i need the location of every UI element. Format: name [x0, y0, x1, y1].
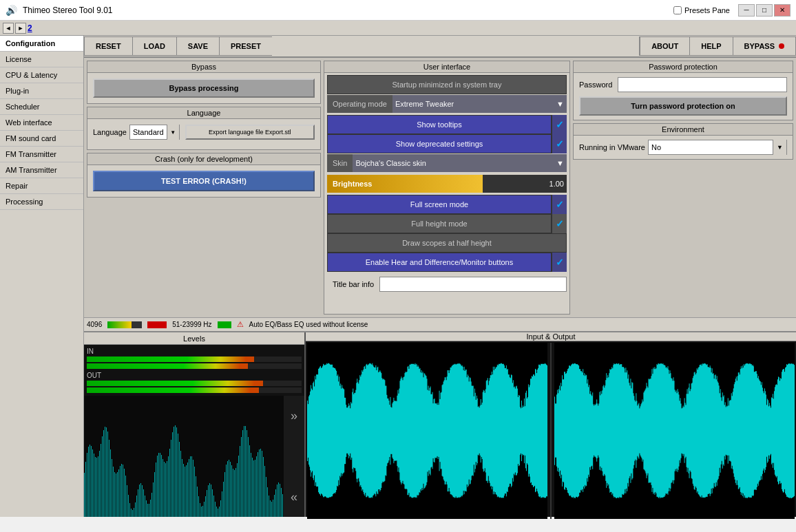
sidebar-item-repair[interactable]: Repair	[0, 178, 83, 194]
full-height-button[interactable]: Full height mode	[327, 214, 552, 233]
operating-mode-arrow-icon: ▼	[556, 100, 564, 108]
app-icon: 🔊	[6, 5, 17, 16]
ui-title: User interface	[324, 61, 569, 73]
brightness-slider[interactable]: Brightness 1.00	[327, 175, 567, 193]
io-title: Input & Output	[306, 332, 796, 341]
spectrum-canvas	[84, 396, 284, 517]
draw-scopes-row: Draw scopes at half height	[327, 234, 567, 252]
bypass-content: Bypass processing	[87, 73, 320, 103]
about-button[interactable]: ABOUT	[640, 36, 689, 56]
crash-content: TEST ERROR (CRASH!)	[87, 165, 320, 197]
startup-minimized-button[interactable]: Startup minimized in system tray	[327, 75, 567, 94]
environment-dropdown-arrow-icon[interactable]: ▼	[773, 140, 786, 155]
sidebar: Configuration License CPU & Latency Plug…	[0, 36, 84, 517]
full-screen-button[interactable]: Full screen mode	[327, 195, 552, 214]
levels-out-fill-2	[87, 387, 259, 393]
sidebar-item-am-transmitter[interactable]: AM Transmitter	[0, 162, 83, 178]
save-button[interactable]: SAVE	[176, 36, 219, 56]
maximize-button[interactable]: □	[756, 4, 773, 17]
title-bar-info-input[interactable]	[379, 277, 567, 292]
operating-mode-select[interactable]: Extreme Tweaker ▼	[392, 95, 567, 113]
brightness-value: 1.00	[549, 180, 564, 188]
status-bar: 4096 51-23999 Hz ⚠ Auto EQ/Bass EQ used …	[84, 317, 796, 331]
io-content	[306, 341, 796, 520]
title-bar-info-row: Title bar info	[327, 275, 567, 293]
show-deprecated-button[interactable]: Show deprecated settings	[327, 134, 552, 153]
operating-mode-label: Operating mode	[327, 100, 392, 108]
levels-out-fill-1	[87, 381, 263, 386]
presets-pane-checkbox[interactable]	[673, 6, 682, 14]
test-error-button[interactable]: TEST ERROR (CRASH!)	[93, 171, 315, 191]
show-tooltips-button[interactable]: Show tooltips	[327, 115, 552, 134]
help-button[interactable]: HELP	[689, 36, 732, 56]
password-content: Password Turn password protection on	[574, 73, 793, 120]
bypass-button[interactable]: BYPASS	[733, 36, 796, 56]
nav-number[interactable]: 2	[28, 23, 32, 33]
left-panel: Bypass Bypass processing Language Langua…	[87, 61, 321, 315]
nav-forward-button[interactable]: ►	[15, 23, 26, 34]
sidebar-item-license[interactable]: License	[0, 52, 83, 67]
preset-button[interactable]: PRESET	[219, 36, 272, 56]
skin-select[interactable]: Bojcha's Classic skin ▼	[353, 154, 567, 172]
draw-scopes-button[interactable]: Draw scopes at half height	[327, 233, 567, 253]
password-title: Password protection	[574, 61, 793, 73]
reset-button[interactable]: RESET	[84, 36, 132, 56]
environment-title: Environment	[574, 124, 793, 136]
environment-select[interactable]: No ▼	[648, 140, 787, 155]
password-toggle-button[interactable]: Turn password protection on	[579, 96, 787, 116]
sidebar-item-web-interface[interactable]: Web interface	[0, 115, 83, 131]
sidebar-item-scheduler[interactable]: Scheduler	[0, 99, 83, 115]
levels-panel: Levels IN OUT	[84, 332, 306, 517]
sidebar-item-plugin[interactable]: Plug-in	[0, 83, 83, 99]
brightness-label: Brightness	[333, 180, 372, 188]
bottom-panels: Levels IN OUT	[84, 331, 796, 517]
sidebar-item-cpu-latency[interactable]: CPU & Latency	[0, 67, 83, 83]
levels-in-label: IN	[87, 348, 302, 355]
sidebar-item-configuration[interactable]: Configuration	[0, 36, 83, 52]
panels-area: Bypass Bypass processing Language Langua…	[84, 58, 796, 317]
toolbar: RESET LOAD SAVE PRESET ABOUT HELP BYPASS	[84, 36, 796, 58]
load-button[interactable]: LOAD	[132, 36, 176, 56]
sidebar-item-processing[interactable]: Processing	[0, 194, 83, 210]
levels-out-bar-2	[87, 387, 302, 393]
language-value: Standard	[130, 128, 167, 136]
language-title: Language	[87, 107, 320, 119]
export-language-button[interactable]: Export language file Export.stl	[185, 125, 315, 140]
password-input-row: Password	[579, 77, 787, 92]
enable-hear-check[interactable]: ✓	[552, 253, 567, 272]
bypass-indicator	[779, 43, 784, 49]
minimize-button[interactable]: ─	[738, 4, 755, 17]
levels-in-fill-1	[87, 357, 254, 362]
language-content: Language Standard ▼ Export language file…	[87, 119, 320, 149]
close-button[interactable]: ✕	[774, 4, 790, 17]
operating-mode-row: Operating mode Extreme Tweaker ▼	[327, 95, 567, 113]
scroll-right-button[interactable]: »	[291, 409, 297, 422]
full-screen-check[interactable]: ✓	[552, 195, 567, 214]
language-label: Language	[93, 128, 127, 136]
full-height-row: Full height mode ✓	[327, 215, 567, 233]
password-input[interactable]	[618, 77, 787, 92]
bypass-processing-button[interactable]: Bypass processing	[93, 78, 315, 98]
clip-indicator	[147, 321, 167, 328]
environment-value: No	[649, 143, 773, 151]
show-deprecated-check[interactable]: ✓	[552, 134, 567, 153]
environment-label: Running in VMware	[579, 143, 645, 151]
enable-hear-button[interactable]: Enable Hear and Difference/Monitor butto…	[327, 253, 552, 272]
ui-section: User interface Startup minimized in syst…	[324, 61, 570, 315]
sidebar-item-fm-sound-card[interactable]: FM sound card	[0, 131, 83, 147]
sidebar-item-fm-transmitter[interactable]: FM Transmitter	[0, 147, 83, 162]
startup-minimized-row: Startup minimized in system tray	[327, 76, 567, 94]
spectrum-area: » «	[84, 396, 304, 517]
presets-pane-checkbox-row: Presets Pane	[673, 6, 730, 14]
toolbar-spacer	[272, 36, 640, 56]
scroll-left-button[interactable]: «	[291, 491, 297, 503]
show-tooltips-check[interactable]: ✓	[552, 115, 567, 134]
waveform-right-canvas	[554, 343, 795, 519]
language-section: Language Language Standard ▼ Export lang…	[87, 107, 321, 150]
check-mark-icon-3: ✓	[556, 199, 564, 210]
levels-out-bar-1	[87, 381, 302, 386]
language-dropdown-button[interactable]: ▼	[167, 125, 179, 140]
full-height-check[interactable]: ✓	[552, 214, 567, 233]
nav-back-button[interactable]: ◄	[3, 23, 14, 34]
right-panel: Password protection Password Turn passwo…	[573, 61, 793, 315]
